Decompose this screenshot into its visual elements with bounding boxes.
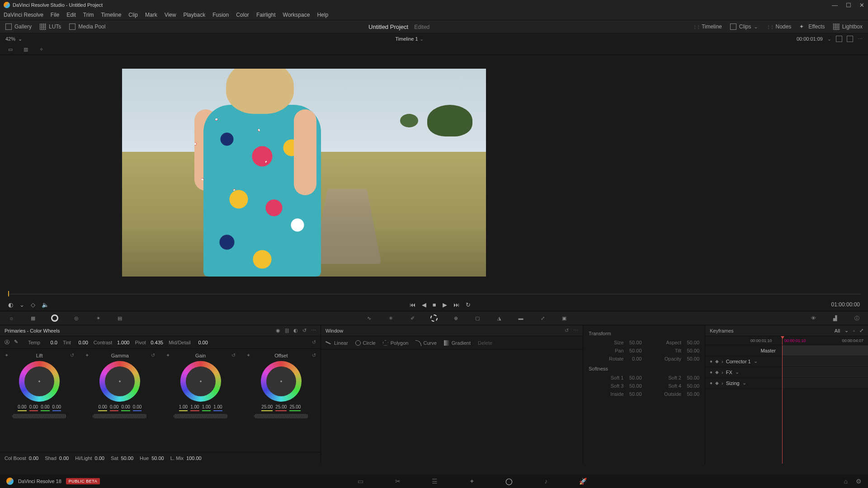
chevron-down-icon[interactable]: ⌄	[754, 358, 758, 364]
viewer-area[interactable]	[0, 55, 868, 290]
color-wheel[interactable]	[19, 361, 60, 402]
qualifier-icon[interactable]: ✐	[407, 313, 417, 323]
keyframes-mode[interactable]: All	[835, 328, 840, 333]
menu-file[interactable]: File	[51, 12, 59, 18]
window-circle-tab[interactable]: Circle	[355, 340, 376, 346]
imagewipe-icon[interactable]: ▭	[5, 46, 15, 54]
wheel-num[interactable]: 0.00	[110, 404, 118, 411]
last-frame-button[interactable]: ⏭	[453, 301, 459, 308]
kf-autokey-icon[interactable]: ◆	[715, 359, 719, 364]
maximize-button[interactable]: ☐	[846, 2, 851, 9]
sat-value[interactable]: 50.00	[121, 455, 133, 461]
master-jog[interactable]	[93, 414, 147, 418]
wheel-num[interactable]: 0.00	[121, 404, 130, 411]
sizing-icon[interactable]: ⤢	[538, 313, 547, 323]
loop-segment-icon[interactable]: ◇	[31, 301, 35, 308]
kf-track-fx[interactable]: ●◆› FX ⌄	[705, 367, 868, 378]
master-jog[interactable]	[174, 414, 228, 418]
temp-value[interactable]: 0.0	[43, 340, 57, 345]
tp-Inside[interactable]: 50.00	[627, 391, 642, 397]
gallery-toggle[interactable]: Gallery	[5, 23, 32, 30]
chevron-right-icon[interactable]: ›	[722, 380, 723, 386]
tp-Soft 3[interactable]: 50.00	[627, 383, 642, 389]
reset-icon[interactable]: ↺	[231, 352, 236, 358]
kf-track-master[interactable]: Master	[705, 345, 868, 356]
key-icon[interactable]: ▬	[516, 313, 526, 323]
keyframe-dot-icon[interactable]: ◦	[853, 328, 855, 333]
shad-value[interactable]: 0.00	[59, 455, 69, 461]
rgb-mixer-icon[interactable]: ✶	[93, 313, 103, 323]
contrast-value[interactable]: 1.000	[115, 340, 129, 345]
timeline-name[interactable]: Timeline 1	[395, 36, 418, 42]
kf-autokey-icon[interactable]: ◆	[715, 380, 719, 385]
wheel-num[interactable]: 1.00	[179, 404, 188, 411]
stop-button[interactable]: ■	[433, 301, 436, 308]
splitscreen-icon[interactable]: ▥	[21, 46, 31, 54]
kf-track-sizing[interactable]: ●◆› Sizing ⌄	[705, 378, 868, 389]
tp-Rotate[interactable]: 0.00	[627, 356, 642, 361]
color-wheels-icon[interactable]	[50, 313, 60, 323]
effects-toggle[interactable]: ✦Effects	[799, 23, 825, 30]
master-jog[interactable]	[12, 414, 66, 418]
menu-davinci[interactable]: DaVinci Resolve	[4, 12, 43, 18]
colboost-value[interactable]: 0.00	[29, 455, 38, 461]
highlight-icon[interactable]: ✧	[36, 46, 46, 54]
menu-mark[interactable]: Mark	[145, 12, 157, 18]
loop-button[interactable]: ↻	[466, 301, 471, 308]
wheel-num[interactable]: 0.00	[52, 404, 61, 411]
keyframe-icon[interactable]: ✦	[5, 352, 9, 358]
home-button[interactable]: ⌂	[844, 478, 848, 485]
tp-Tilt[interactable]: 50.00	[684, 348, 699, 353]
window-curve-tab[interactable]: Curve	[415, 340, 436, 346]
menu-color[interactable]: Color	[236, 12, 249, 18]
expand-icon[interactable]: ⤢	[859, 328, 863, 333]
window-icon[interactable]	[429, 313, 439, 323]
keyframe-icon[interactable]: ✦	[246, 352, 250, 358]
wheel-num[interactable]: 0.00	[41, 404, 49, 411]
mediapool-toggle[interactable]: Media Pool	[69, 23, 105, 30]
menu-fairlight[interactable]: Fairlight	[256, 12, 276, 18]
minimize-button[interactable]: —	[832, 2, 838, 9]
options-icon[interactable]: ⋯	[858, 36, 863, 42]
tp-Aspect[interactable]: 50.00	[684, 340, 699, 345]
keyframe-icon[interactable]: ✦	[166, 352, 170, 358]
luts-toggle[interactable]: LUTs	[40, 23, 61, 30]
keyframe-mode-icon[interactable]: 👁	[808, 313, 818, 323]
first-frame-button[interactable]: ⏮	[410, 301, 415, 308]
timeline-toggle[interactable]: Timeline	[693, 23, 722, 30]
kf-autokey-icon[interactable]: ◆	[715, 370, 719, 375]
edit-page-button[interactable]: ☰	[430, 476, 440, 486]
chevron-right-icon[interactable]: ›	[722, 359, 723, 364]
nodes-toggle[interactable]: Nodes	[766, 23, 791, 30]
info-icon[interactable]: ⓘ	[852, 313, 862, 323]
chevron-down-icon[interactable]: ⌄	[827, 36, 831, 42]
mute-icon[interactable]: 🔈	[42, 301, 49, 308]
keyframes-playhead-line[interactable]	[782, 345, 783, 464]
motion-effects-icon[interactable]: ▤	[115, 313, 125, 323]
tp-Pan[interactable]: 50.00	[627, 348, 642, 353]
kf-enable-icon[interactable]: ●	[710, 380, 712, 385]
master-jog[interactable]	[254, 414, 308, 418]
viewer-image[interactable]	[122, 69, 486, 277]
curves-icon[interactable]: ∿	[364, 313, 374, 323]
blur-sharpen-icon[interactable]: ◮	[494, 313, 504, 323]
chevron-down-icon[interactable]: ⌄	[19, 301, 24, 308]
settings-button[interactable]: ⚙	[856, 478, 862, 485]
bars-mode-icon[interactable]: |||	[285, 328, 289, 333]
deliver-page-button[interactable]: 🚀	[578, 476, 588, 486]
bypass-icon[interactable]	[836, 36, 842, 42]
lmix-value[interactable]: 100.00	[186, 455, 202, 461]
stereo3d-icon[interactable]: ▣	[559, 313, 569, 323]
tint-value[interactable]: 0.00	[74, 340, 88, 345]
expand-icon[interactable]	[847, 36, 853, 42]
menu-view[interactable]: View	[165, 12, 176, 18]
hdr-wheels-icon[interactable]: ◎	[71, 313, 81, 323]
menu-playback[interactable]: Playback	[183, 12, 205, 18]
chevron-down-icon[interactable]: ⌄	[420, 36, 424, 42]
fusion-page-button[interactable]: ✦	[467, 476, 477, 486]
log-mode-icon[interactable]: ◐	[293, 328, 298, 333]
keyframe-icon[interactable]: ✦	[85, 352, 89, 358]
options-icon[interactable]: ⋯	[311, 328, 316, 333]
keyframes-ruler[interactable]: 00:00:01:10 00:00:01:10 00:00:04:07	[705, 336, 868, 345]
close-button[interactable]: ✕	[859, 2, 864, 9]
